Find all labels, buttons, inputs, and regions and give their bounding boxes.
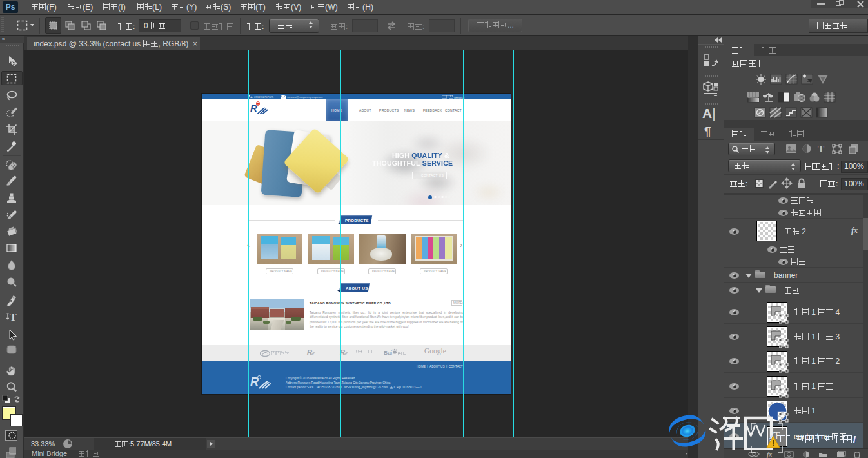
svg-text:T: T bbox=[10, 312, 17, 323]
svg-text:T: T bbox=[818, 144, 824, 154]
